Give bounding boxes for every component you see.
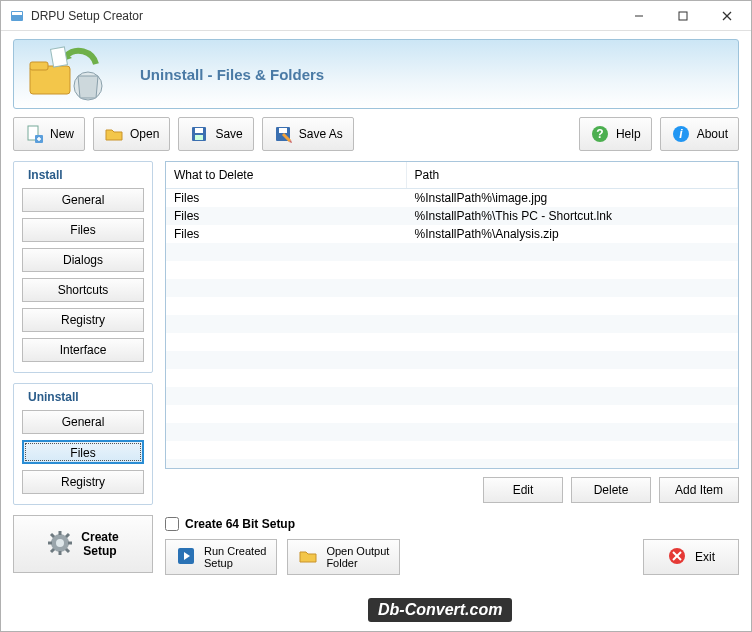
open-output-folder-button[interactable]: Open Output Folder	[287, 539, 400, 575]
table-row-empty	[166, 405, 738, 423]
help-label: Help	[616, 127, 641, 141]
openout-label: Open Output Folder	[326, 545, 389, 569]
table-row-empty	[166, 369, 738, 387]
cell-what: Files	[166, 225, 406, 243]
col-path[interactable]: Path	[406, 162, 737, 189]
open-button[interactable]: Open	[93, 117, 170, 151]
cell-what: Files	[166, 189, 406, 208]
svg-line-32	[66, 549, 69, 552]
svg-line-33	[66, 534, 69, 537]
save-as-icon	[273, 124, 293, 144]
play-icon	[176, 546, 196, 569]
new-label: New	[50, 127, 74, 141]
cell-what: Files	[166, 207, 406, 225]
help-icon: ?	[590, 124, 610, 144]
table-row-empty	[166, 387, 738, 405]
install-group: Install GeneralFilesDialogsShortcutsRegi…	[13, 161, 153, 373]
gear-icon	[47, 530, 73, 559]
delete-button[interactable]: Delete	[571, 477, 651, 503]
save-icon	[189, 124, 209, 144]
create-64bit-input[interactable]	[165, 517, 179, 531]
table-row-empty	[166, 459, 738, 469]
banner-title: Uninstall - Files & Folders	[140, 66, 324, 83]
table-row-empty	[166, 261, 738, 279]
table-row-empty	[166, 351, 738, 369]
help-button[interactable]: ? Help	[579, 117, 652, 151]
window-title: DRPU Setup Creator	[31, 9, 617, 23]
new-button[interactable]: New	[13, 117, 85, 151]
save-button[interactable]: Save	[178, 117, 253, 151]
about-label: About	[697, 127, 728, 141]
folder-open-icon	[104, 124, 124, 144]
edit-button[interactable]: Edit	[483, 477, 563, 503]
install-item-files[interactable]: Files	[22, 218, 144, 242]
table-row-empty	[166, 423, 738, 441]
watermark: Db-Convert.com	[368, 598, 512, 622]
table-row-empty	[166, 297, 738, 315]
col-what[interactable]: What to Delete	[166, 162, 406, 189]
svg-point-26	[56, 539, 64, 547]
maximize-button[interactable]	[661, 2, 705, 30]
table-row-empty	[166, 441, 738, 459]
svg-line-31	[51, 534, 54, 537]
cell-path: %InstallPath%\Analysis.zip	[406, 225, 737, 243]
install-item-dialogs[interactable]: Dialogs	[22, 248, 144, 272]
svg-line-34	[51, 549, 54, 552]
table-row-empty	[166, 333, 738, 351]
toolbar: New Open Save Save As ? Help i About	[13, 117, 739, 151]
table-row-empty	[166, 243, 738, 261]
app-icon	[9, 8, 25, 24]
svg-rect-1	[12, 12, 22, 15]
create-64bit-label: Create 64 Bit Setup	[185, 517, 295, 531]
add-item-button[interactable]: Add Item	[659, 477, 739, 503]
close-button[interactable]	[705, 2, 749, 30]
cell-path: %InstallPath%\This PC - Shortcut.lnk	[406, 207, 737, 225]
table-row[interactable]: Files%InstallPath%\Analysis.zip	[166, 225, 738, 243]
folder-icon	[298, 546, 318, 569]
svg-rect-3	[679, 12, 687, 20]
minimize-button[interactable]	[617, 2, 661, 30]
titlebar: DRPU Setup Creator	[1, 1, 751, 31]
save-as-button[interactable]: Save As	[262, 117, 354, 151]
table-row-empty	[166, 279, 738, 297]
save-as-label: Save As	[299, 127, 343, 141]
close-circle-icon	[667, 546, 687, 569]
uninstall-item-files[interactable]: Files	[22, 440, 144, 464]
create-setup-label: Create Setup	[81, 530, 118, 558]
uninstall-item-general[interactable]: General	[22, 410, 144, 434]
install-item-general[interactable]: General	[22, 188, 144, 212]
banner-logo-icon	[26, 46, 116, 102]
svg-rect-19	[279, 128, 287, 133]
install-item-registry[interactable]: Registry	[22, 308, 144, 332]
svg-rect-17	[195, 135, 203, 140]
cell-path: %InstallPath%\image.jpg	[406, 189, 737, 208]
open-label: Open	[130, 127, 159, 141]
info-icon: i	[671, 124, 691, 144]
uninstall-title: Uninstall	[24, 390, 83, 404]
install-item-interface[interactable]: Interface	[22, 338, 144, 362]
install-item-shortcuts[interactable]: Shortcuts	[22, 278, 144, 302]
banner: Uninstall - Files & Folders	[13, 39, 739, 109]
create-64bit-checkbox[interactable]: Create 64 Bit Setup	[165, 517, 739, 531]
run-label: Run Created Setup	[204, 545, 266, 569]
create-setup-button[interactable]: Create Setup	[13, 515, 153, 573]
svg-rect-16	[195, 128, 203, 133]
exit-button[interactable]: Exit	[643, 539, 739, 575]
svg-rect-7	[30, 62, 48, 70]
save-label: Save	[215, 127, 242, 141]
table-row-empty	[166, 315, 738, 333]
svg-rect-10	[51, 47, 68, 67]
svg-text:?: ?	[596, 127, 603, 141]
exit-label: Exit	[695, 550, 715, 564]
uninstall-group: Uninstall GeneralFilesRegistry	[13, 383, 153, 505]
install-title: Install	[24, 168, 67, 182]
uninstall-files-table[interactable]: What to Delete Path Files%InstallPath%\i…	[165, 161, 739, 469]
about-button[interactable]: i About	[660, 117, 739, 151]
run-created-setup-button[interactable]: Run Created Setup	[165, 539, 277, 575]
new-file-icon	[24, 124, 44, 144]
table-row[interactable]: Files%InstallPath%\This PC - Shortcut.ln…	[166, 207, 738, 225]
uninstall-item-registry[interactable]: Registry	[22, 470, 144, 494]
table-row[interactable]: Files%InstallPath%\image.jpg	[166, 189, 738, 208]
